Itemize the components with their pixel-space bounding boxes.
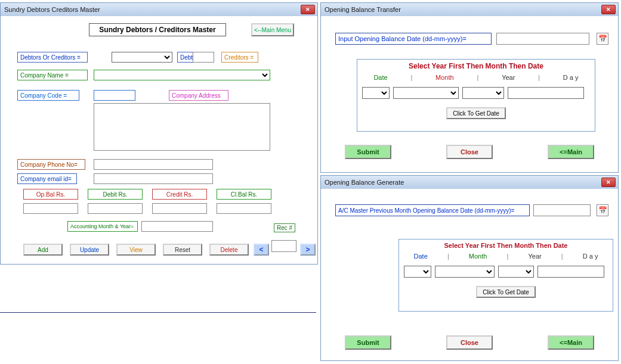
label-company-code: Company Code = [17,90,79,101]
add-button[interactable]: Add [23,244,63,256]
year-select[interactable] [498,266,534,278]
label-phone: Company Phone No= [17,159,85,170]
window-title: Opening Balance Transfer [325,6,401,13]
update-button[interactable]: Update [70,244,109,256]
hdr-day: D a y [583,253,598,260]
dm-headers: Date| Month| Year| D a y [357,73,595,82]
titlebar-generate: Opening Balance Generate ✕ [321,176,618,189]
dm-headers: Date| Month| Year| D a y [399,251,613,261]
company-name-select[interactable] [94,70,270,80]
col-opbal: Op.Bal Rs. [23,189,78,200]
hdr-date: Date [373,74,387,81]
close-icon[interactable]: ✕ [601,5,616,14]
titlebar-transfer: Opening Balance Transfer ✕ [321,3,618,16]
hdr-month: Month [435,74,454,81]
label-rec: Rec # [274,223,295,232]
hdr-year: Year [528,253,541,260]
close-icon[interactable]: ✕ [301,5,315,14]
window-ob-transfer: Opening Balance Transfer ✕ Input Opening… [320,2,619,173]
month-select[interactable] [435,266,495,278]
col-clbal: Cl.Bal Rs. [217,189,271,200]
click-get-date-button[interactable]: Click To Get Date [446,107,506,119]
rec-input[interactable] [271,240,296,252]
doc-select[interactable] [112,52,172,63]
view-button[interactable]: View [116,244,156,256]
panel-title: Select Year First Then Month Then Date [399,239,613,251]
label-acct-month: Accounting Month & Year= [67,221,138,232]
label-ob-date: Input Opening Balance Date (dd-mm-yyyy)= [335,33,492,45]
close-button[interactable]: Close [446,145,493,159]
company-code-input[interactable] [94,90,135,101]
close-icon[interactable]: ✕ [601,178,616,187]
ob-date-input[interactable] [496,33,589,45]
hdr-year: Year [502,74,515,81]
email-input[interactable] [94,173,213,184]
main-menu-button[interactable]: <--Main Menu [251,23,294,36]
delete-button[interactable]: Delete [209,244,249,256]
titlebar-master: Sundry Debtors Creditors Master ✕ [1,3,317,16]
reset-button[interactable]: Reset [163,244,202,256]
date-panel: Select Year First Then Month Then Date D… [398,239,613,312]
date-panel: Select Year First Then Month Then Date D… [357,59,595,132]
page-title: Sundry Debtors / Creditors Master [89,23,226,36]
divider-line [0,312,316,313]
day-display [537,266,604,278]
opbal-input[interactable] [23,203,78,214]
label-creditors: Creditors = [221,52,258,63]
month-select[interactable] [393,87,459,99]
next-button[interactable]: > [300,244,316,256]
window-ob-generate: Opening Balance Generate ✕ A/C Master Pr… [320,175,619,361]
phone-input[interactable] [94,159,213,170]
clbal-input[interactable] [217,203,271,214]
panel-title: Select Year First Then Month Then Date [357,60,595,73]
hdr-date: Date [414,253,428,260]
calendar-icon[interactable]: 📅 [597,33,608,45]
debtors-input[interactable] [193,52,214,63]
label-ob-date: A/C Master Previous Month Opening Balanc… [335,204,530,216]
main-button[interactable]: <=Main [548,335,594,350]
window-sundry-master: Sundry Debtors Creditors Master ✕ Sundry… [0,2,318,265]
close-button[interactable]: Close [446,335,493,350]
ob-date-input[interactable] [533,204,591,216]
credit-input[interactable] [152,203,207,214]
acct-month-input[interactable] [141,221,213,232]
hdr-day: D a y [563,74,579,81]
date-select[interactable] [362,87,390,99]
calendar-icon[interactable]: 📅 [597,204,608,216]
click-get-date-button[interactable]: Click To Get Date [476,286,536,298]
hdr-month: Month [469,253,487,260]
submit-button[interactable]: Submit [345,335,391,350]
date-select[interactable] [404,266,431,278]
company-address-input[interactable] [94,103,270,151]
main-button[interactable]: <=Main [548,145,594,159]
col-credit: Credit Rs. [152,189,207,200]
label-doc: Debtors Or Creditors = [17,52,88,63]
prev-button[interactable]: < [254,244,269,256]
day-display [508,87,584,99]
debit-input[interactable] [88,203,143,214]
label-company-name: Company Name = [17,70,88,80]
label-email: Company email id= [17,173,77,184]
window-title: Sundry Debtors Creditors Master [4,6,100,13]
window-title: Opening Balance Generate [325,179,404,186]
submit-button[interactable]: Submit [345,145,391,159]
year-select[interactable] [462,87,504,99]
label-company-address: Company Address [169,90,228,101]
col-debit: Debit Rs. [88,189,143,200]
